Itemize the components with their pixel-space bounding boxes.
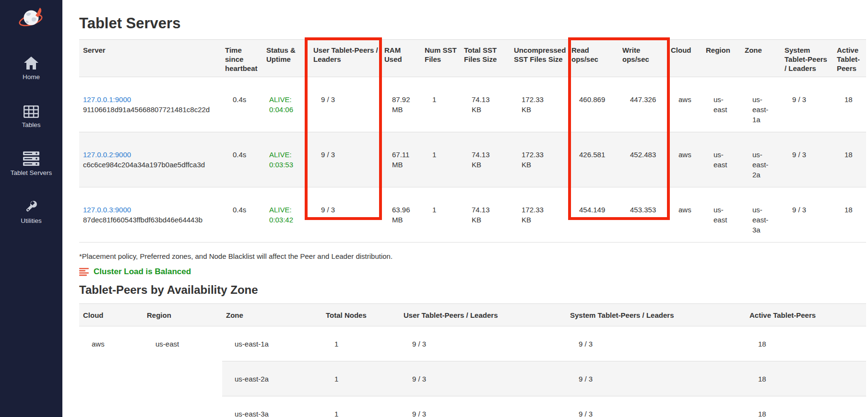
col-total-nodes: Total Nodes (322, 304, 400, 326)
ram-cell: 87.92MB (380, 77, 421, 132)
active-peers-cell: 18 (833, 187, 866, 243)
col-uncompressed: Uncompressed SST Files Size (510, 40, 568, 77)
col-num-sst: Num SST Files (421, 40, 460, 77)
zones-table: Cloud Region Zone Total Nodes User Table… (79, 303, 866, 417)
sst-size-cell: 74.13KB (460, 77, 510, 132)
zone-cell: us-east-1a (741, 77, 781, 132)
col-status: Status & Uptime (262, 40, 309, 77)
system-peers-cell: 9 / 3 (781, 77, 833, 132)
col-zone: Zone (741, 40, 781, 77)
yugabyte-logo[interactable] (18, 5, 45, 31)
zone-cell: us-east-3a (741, 187, 781, 243)
uptime-value: 0:04:06 (269, 104, 302, 115)
server-address-link[interactable]: 127.0.0.2:9000 (83, 151, 131, 159)
server-address-link[interactable]: 127.0.0.1:9000 (83, 95, 131, 104)
active-peers-cell: 18 (746, 396, 866, 417)
table-row: 127.0.0.3:9000 87dec81f660543ffbdf63bd46… (79, 187, 866, 243)
region-cell: us-east (702, 187, 741, 243)
table-header-row: Cloud Region Zone Total Nodes User Table… (79, 304, 866, 326)
table-row: aws us-east us-east-1a 1 9 / 3 9 / 3 18 (79, 326, 866, 361)
cloud-cell: aws (667, 187, 702, 243)
table-header-row: Server Time since heartbeat Status & Upt… (79, 40, 866, 77)
sidebar: Home Tables (0, 0, 62, 417)
active-peers-cell: 18 (746, 326, 866, 361)
col-user-peers: User Tablet-Peers / Leaders (309, 40, 380, 77)
cloud-cell: aws (667, 77, 702, 132)
sst-size-cell: 74.13KB (460, 187, 510, 243)
col-write-ops: Write ops/sec (618, 40, 667, 77)
col-cloud: Cloud (667, 40, 702, 77)
tablet-servers-table: Server Time since heartbeat Status & Upt… (79, 39, 866, 243)
zone-cell: us-east-1a (222, 326, 322, 361)
status-label: ALIVE: (269, 205, 302, 215)
uncompressed-cell: 172.33KB (510, 187, 568, 243)
write-ops-cell: 453.353 (618, 187, 667, 243)
sidebar-item-label: Home (23, 73, 40, 81)
section-title-zones: Tablet-Peers by Availability Zone (79, 283, 868, 297)
region-cell: us-east (702, 132, 741, 187)
read-ops-cell: 454.149 (568, 187, 618, 243)
user-peers-cell: 9 / 3 (400, 396, 566, 417)
col-system-peers: System Tablet-Peers / Leaders (566, 304, 746, 326)
page-title: Tablet Servers (79, 14, 868, 33)
status-label: ALIVE: (269, 94, 302, 104)
sidebar-item-tablet-servers[interactable]: Tablet Servers (0, 151, 62, 177)
heartbeat-cell: 0.4s (221, 77, 262, 132)
sidebar-nav: Home Tables (0, 55, 62, 246)
col-region: Region (143, 304, 222, 326)
user-peers-cell: 9 / 3 (309, 187, 380, 243)
system-peers-cell: 9 / 3 (566, 396, 746, 417)
tablet-servers-icon (23, 151, 40, 166)
col-cloud: Cloud (79, 304, 143, 326)
uncompressed-cell: 172.33KB (510, 132, 568, 187)
status-cell: ALIVE: 0:03:53 (262, 132, 309, 187)
region-cell: us-east (143, 326, 222, 417)
read-ops-cell: 460.869 (568, 77, 618, 132)
sidebar-item-label: Utilities (21, 217, 42, 225)
num-sst-cell: 1 (421, 187, 460, 243)
read-ops-cell: 426.581 (568, 132, 618, 187)
utilities-icon (24, 198, 38, 214)
sidebar-item-home[interactable]: Home (0, 55, 62, 81)
user-peers-cell: 9 / 3 (309, 132, 380, 187)
col-active-peers: Active Tablet-Peers (833, 40, 866, 77)
write-ops-cell: 452.483 (618, 132, 667, 187)
balance-icon (79, 267, 89, 276)
sidebar-item-utilities[interactable]: Utilities (0, 198, 62, 225)
col-active-peers: Active Tablet-Peers (746, 304, 866, 326)
sidebar-item-tables[interactable]: Tables (0, 103, 62, 129)
col-zone: Zone (222, 304, 322, 326)
server-cell: 127.0.0.3:9000 87dec81f660543ffbdf63bd46… (79, 187, 221, 243)
region-cell: us-east (702, 77, 741, 132)
active-peers-cell: 18 (833, 77, 866, 132)
system-peers-cell: 9 / 3 (781, 132, 833, 187)
total-nodes-cell: 1 (322, 326, 400, 361)
total-nodes-cell: 1 (322, 361, 400, 396)
zone-cell: us-east-2a (222, 361, 322, 396)
main-content: Tablet Servers Server Time since heartbe… (62, 14, 868, 417)
table-row: 127.0.0.2:9000 c6c6ce984c204a34a197b0ae5… (79, 132, 866, 187)
col-heartbeat: Time since heartbeat (221, 40, 262, 77)
write-ops-cell: 447.326 (618, 77, 667, 132)
server-cell: 127.0.0.1:9000 91106618d91a4566880772148… (79, 77, 221, 132)
uptime-value: 0:03:42 (269, 215, 302, 225)
uptime-value: 0:03:53 (269, 160, 302, 170)
status-cell: ALIVE: 0:03:42 (262, 187, 309, 243)
cloud-cell: aws (667, 132, 702, 187)
num-sst-cell: 1 (421, 132, 460, 187)
total-nodes-cell: 1 (322, 396, 400, 417)
server-uuid: c6c6ce984c204a34a197b0ae5dffca3d (83, 160, 217, 170)
system-peers-cell: 9 / 3 (781, 187, 833, 243)
cluster-balance-status: Cluster Load is Balanced (79, 267, 868, 277)
user-peers-cell: 9 / 3 (400, 326, 566, 361)
balance-status-text: Cluster Load is Balanced (94, 267, 191, 277)
cloud-cell: aws (79, 326, 143, 417)
server-uuid: 91106618d91a45668807721481c8c22d (83, 104, 217, 115)
col-read-ops: Read ops/sec (568, 40, 618, 77)
col-region: Region (702, 40, 741, 77)
sidebar-item-label: Tablet Servers (11, 169, 52, 177)
uncompressed-cell: 172.33KB (510, 77, 568, 132)
server-address-link[interactable]: 127.0.0.3:9000 (83, 206, 131, 214)
active-peers-cell: 18 (833, 132, 866, 187)
col-user-peers: User Tablet-Peers / Leaders (400, 304, 566, 326)
